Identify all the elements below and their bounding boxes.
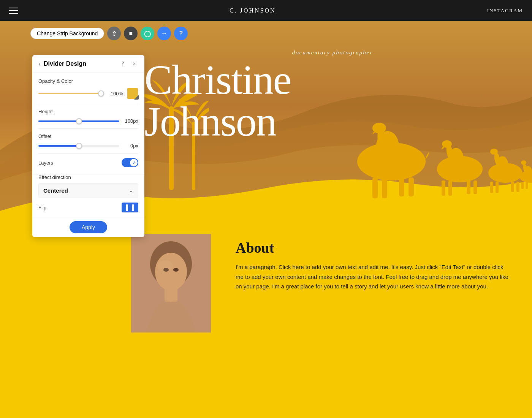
toggle-knob: ✓ bbox=[130, 159, 138, 166]
flip-icon: ▌▐ bbox=[126, 204, 134, 211]
divider-design-panel: ‹ Divider Design ? × Opacity & Color 100… bbox=[32, 55, 144, 237]
apply-button[interactable]: Apply bbox=[70, 221, 107, 233]
svg-rect-14 bbox=[448, 180, 452, 196]
change-bg-button[interactable]: Change Strip Background bbox=[30, 28, 104, 39]
svg-point-33 bbox=[155, 253, 187, 291]
svg-rect-5 bbox=[372, 177, 378, 198]
divider-1 bbox=[38, 104, 138, 104]
effect-direction-dropdown[interactable]: Centered ⌄ bbox=[38, 183, 138, 198]
svg-rect-8 bbox=[408, 177, 414, 196]
svg-rect-6 bbox=[382, 177, 387, 198]
flip-section: Flip ▌▐ bbox=[32, 203, 144, 217]
opacity-slider-row: 100% bbox=[38, 88, 138, 99]
svg-rect-21 bbox=[496, 182, 499, 193]
layers-toggle[interactable]: ✓ bbox=[122, 158, 138, 167]
portrait-svg bbox=[131, 234, 211, 332]
svg-rect-20 bbox=[490, 182, 493, 193]
hero-subtitle: documentary photographer bbox=[163, 49, 502, 56]
about-section: About I'm a paragraph. Click here to add… bbox=[236, 232, 509, 291]
about-title: About bbox=[236, 239, 509, 256]
svg-point-26 bbox=[521, 160, 526, 165]
svg-rect-16 bbox=[473, 180, 477, 194]
move-up-button[interactable]: ⇧ bbox=[107, 27, 121, 40]
offset-slider-thumb[interactable] bbox=[76, 143, 82, 149]
effect-direction-label: Effect direction bbox=[38, 174, 138, 180]
design-button[interactable]: ◯ bbox=[141, 27, 154, 40]
svg-rect-7 bbox=[399, 177, 404, 196]
svg-rect-23 bbox=[516, 182, 519, 192]
height-section-label: Height bbox=[38, 109, 138, 114]
opacity-value: 100% bbox=[108, 91, 123, 97]
nav-instagram[interactable]: INSTAGRAM bbox=[487, 8, 523, 14]
opacity-slider-thumb[interactable] bbox=[98, 90, 104, 97]
svg-rect-15 bbox=[467, 180, 470, 194]
chevron-down-icon[interactable]: ⌄ bbox=[129, 187, 133, 194]
height-slider-thumb[interactable] bbox=[76, 118, 82, 124]
portrait-photo bbox=[131, 234, 211, 332]
height-value: 100px bbox=[123, 118, 138, 124]
top-nav: C. JOHNSON INSTAGRAM bbox=[0, 0, 532, 21]
panel-title: Divider Design bbox=[44, 60, 116, 67]
svg-rect-13 bbox=[442, 180, 445, 196]
help-button[interactable]: ? bbox=[174, 27, 188, 40]
offset-section-label: Offset bbox=[38, 133, 138, 139]
svg-rect-28 bbox=[526, 182, 528, 189]
offset-value: 0px bbox=[123, 143, 138, 149]
nav-title: C. JOHNSON bbox=[230, 7, 276, 14]
layers-label: Layers bbox=[38, 160, 53, 166]
panel-body: Opacity & Color 100% Height 100px Offset bbox=[32, 73, 144, 174]
portrait-face bbox=[131, 234, 211, 332]
hero-last-name: Johnson bbox=[144, 101, 291, 142]
divider-2 bbox=[38, 128, 138, 129]
about-text: I'm a paragraph. Click here to add your … bbox=[236, 262, 509, 291]
opacity-section-label: Opacity & Color bbox=[38, 78, 138, 84]
layers-toggle-row: Layers ✓ bbox=[38, 158, 138, 167]
color-swatch[interactable] bbox=[127, 88, 138, 99]
toggle-check-icon: ✓ bbox=[132, 160, 136, 165]
panel-footer: Apply bbox=[32, 217, 144, 237]
layout-button[interactable]: ■ bbox=[124, 27, 138, 40]
offset-slider-track[interactable] bbox=[38, 145, 119, 147]
effect-direction-section: Effect direction Centered ⌄ bbox=[32, 174, 144, 203]
svg-point-37 bbox=[158, 260, 173, 272]
swap-button[interactable]: ↔ bbox=[157, 27, 171, 40]
svg-point-36 bbox=[173, 268, 179, 272]
svg-rect-27 bbox=[521, 182, 524, 189]
flip-button[interactable]: ▌▐ bbox=[122, 203, 138, 212]
opacity-slider-track[interactable] bbox=[38, 93, 104, 94]
hero-first-name: Christine bbox=[144, 59, 291, 101]
effect-direction-value: Centered bbox=[43, 187, 68, 194]
offset-slider-row: 0px bbox=[38, 143, 138, 149]
flip-row: Flip ▌▐ bbox=[38, 203, 138, 212]
panel-close-button[interactable]: × bbox=[130, 60, 138, 67]
hamburger-menu[interactable] bbox=[9, 8, 18, 14]
divider-3 bbox=[38, 153, 138, 154]
hero-name: Christine Johnson bbox=[144, 59, 291, 142]
panel-help-button[interactable]: ? bbox=[119, 61, 127, 67]
svg-rect-34 bbox=[165, 287, 177, 302]
panel-back-button[interactable]: ‹ bbox=[38, 60, 41, 67]
svg-point-19 bbox=[490, 149, 498, 155]
panel-header: ‹ Divider Design ? × bbox=[32, 55, 144, 73]
flip-label: Flip bbox=[38, 205, 46, 211]
toolbar: Change Strip Background ⇧ ■ ◯ ↔ ? bbox=[30, 27, 188, 40]
svg-rect-22 bbox=[511, 182, 514, 192]
height-slider-track[interactable] bbox=[38, 120, 119, 122]
height-slider-row: 100px bbox=[38, 118, 138, 124]
